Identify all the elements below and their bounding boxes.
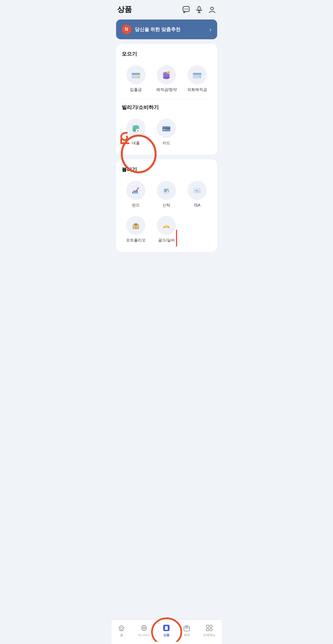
svg-point-32 <box>165 129 166 130</box>
svg-point-60 <box>143 627 145 628</box>
nav-products-label: 상품 <box>163 633 169 637</box>
grow-section: 불리기 펀드 <box>116 159 217 252</box>
grow-title: 불리기 <box>122 166 212 173</box>
header: 상품 <box>112 0 222 17</box>
svg-rect-46 <box>134 223 138 225</box>
isa-item[interactable]: ISA ISA <box>183 179 212 210</box>
n-badge: N <box>122 25 131 34</box>
mic-icon[interactable] <box>195 6 203 14</box>
svg-rect-9 <box>132 73 140 75</box>
svg-rect-65 <box>206 625 209 627</box>
svg-text:ISA: ISA <box>195 190 199 192</box>
card-item[interactable]: 카드 <box>152 116 181 148</box>
svg-rect-48 <box>136 225 138 228</box>
trust-label: 신탁 <box>162 203 170 208</box>
bottom-navigation: 홈 머니버스 상품 <box>112 620 222 644</box>
trust-item[interactable]: 신탁 <box>152 179 181 210</box>
recommendation-banner[interactable]: N 당신을 위한 맞춤추천 › <box>116 19 217 39</box>
portfolio-item[interactable]: 포트폴리오 <box>122 214 150 245</box>
svg-rect-68 <box>210 628 212 631</box>
chat-icon[interactable] <box>182 6 190 14</box>
deposit-label: 입출금 <box>130 87 142 92</box>
svg-rect-66 <box>210 625 212 627</box>
nav-products[interactable]: 상품 <box>159 623 174 638</box>
svg-point-1 <box>184 8 185 9</box>
nav-home-label: 홈 <box>120 633 123 637</box>
benefits-icon <box>183 624 191 632</box>
savings-label: 예적금/청약 <box>156 87 177 92</box>
nav-moneyverse[interactable]: 머니버스 <box>134 623 154 638</box>
savings-item[interactable]: W 예적금/청약 <box>152 63 181 95</box>
svg-point-64 <box>186 627 188 629</box>
isa-label: ISA <box>194 203 201 207</box>
portfolio-icon <box>126 216 145 235</box>
fund-label: 펀드 <box>132 203 140 208</box>
svg-rect-18 <box>193 73 201 75</box>
nav-moneyverse-label: 머니버스 <box>138 633 150 637</box>
banner-text: 당신을 위한 맞춤추천 <box>135 26 180 33</box>
loan-label: 대출 <box>132 141 140 146</box>
savings-icon: W <box>157 65 176 84</box>
header-icons <box>182 6 216 14</box>
collect-grid: W 입출금 W 예적금/청약 <box>122 63 212 95</box>
fund-icon <box>126 181 145 200</box>
borrow-grid: 대출 카드 <box>122 116 212 148</box>
section-divider <box>122 99 212 99</box>
home-icon <box>117 624 125 632</box>
svg-point-14 <box>163 73 170 77</box>
svg-rect-36 <box>136 190 138 193</box>
forex-label: 외화예적금 <box>187 87 207 92</box>
svg-rect-35 <box>134 191 136 193</box>
deposit-item[interactable]: W 입출금 <box>122 63 150 95</box>
svg-point-2 <box>186 8 186 9</box>
loan-icon <box>126 119 145 138</box>
gold-label: 골드/실버 <box>158 238 175 243</box>
collect-title: 모으기 <box>122 51 212 57</box>
products-icon <box>162 624 170 632</box>
deposit-icon: W <box>126 65 145 84</box>
collect-section: 모으기 W 입출금 <box>116 44 217 155</box>
nav-benefits[interactable]: 혜택 <box>179 623 194 638</box>
forex-item[interactable]: $ 외화예적금 <box>183 63 212 95</box>
svg-rect-4 <box>198 6 200 10</box>
trust-icon <box>157 181 176 200</box>
allmenu-icon <box>205 624 213 632</box>
fund-item[interactable]: 펀드 <box>122 179 150 210</box>
gold-icon <box>157 216 176 235</box>
borrow-title: 빌리기/소비하기 <box>122 104 212 111</box>
svg-rect-47 <box>134 225 135 228</box>
svg-text:W: W <box>168 72 170 73</box>
nav-allmenu-label: 전체메뉴 <box>203 633 216 637</box>
svg-rect-67 <box>206 628 209 631</box>
svg-point-28 <box>137 130 138 131</box>
profile-icon[interactable] <box>208 6 216 14</box>
page-title: 상품 <box>117 5 132 14</box>
nav-benefits-label: 혜택 <box>184 633 190 637</box>
svg-text:W: W <box>138 76 140 78</box>
svg-rect-34 <box>132 192 134 193</box>
svg-rect-56 <box>121 629 122 631</box>
forex-icon: $ <box>188 65 207 84</box>
svg-point-3 <box>187 8 188 9</box>
card-label: 카드 <box>162 141 170 146</box>
moneyverse-icon <box>140 624 148 632</box>
grow-grid-row2: 포트폴리오 골드/실버 <box>122 214 212 245</box>
portfolio-label: 포트폴리오 <box>126 238 146 243</box>
nav-home[interactable]: 홈 <box>114 623 129 638</box>
banner-arrow-icon: › <box>210 26 212 33</box>
svg-point-7 <box>211 7 214 10</box>
card-icon <box>157 119 176 138</box>
isa-icon-circle: ISA <box>188 181 207 200</box>
grow-grid-row1: 펀드 신탁 <box>122 179 212 210</box>
nav-allmenu[interactable]: 전체메뉴 <box>200 623 219 638</box>
loan-item[interactable]: 대출 <box>122 116 150 148</box>
gold-item[interactable]: 골드/실버 <box>152 214 181 245</box>
